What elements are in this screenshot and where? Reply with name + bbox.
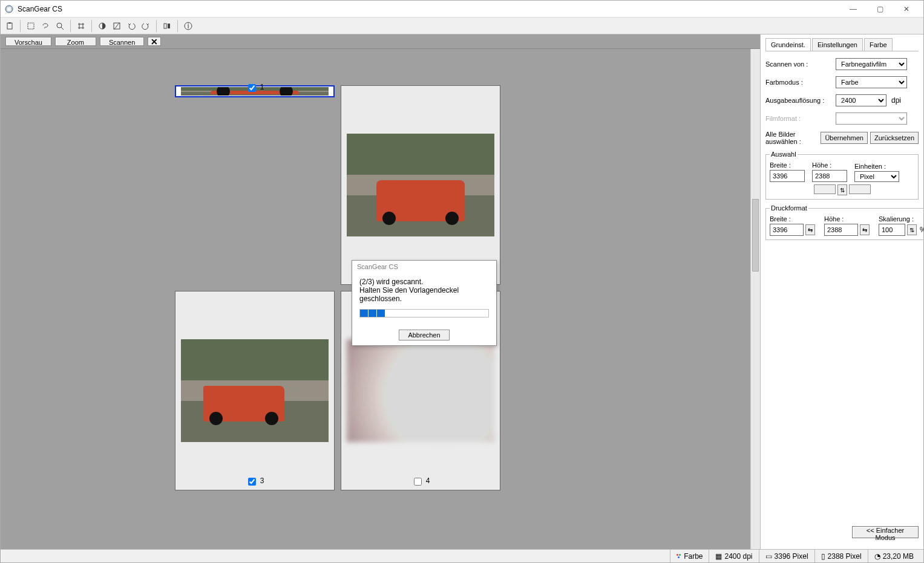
close-button[interactable]: ✕: [893, 1, 920, 18]
frame-label: 4: [341, 476, 500, 487]
sel-units-label: Einheiten :: [854, 163, 899, 170]
lock-height-icon[interactable]: ⇆: [860, 224, 870, 235]
info-icon[interactable]: i: [182, 19, 195, 33]
status-width: ▭3396 Pixel: [759, 550, 814, 562]
tab-basic[interactable]: Grundeinst.: [765, 38, 811, 51]
scan-progress-dialog: ScanGear CS (2/3) wird gescannt. Halten …: [352, 260, 497, 346]
grid-icon: ▦: [715, 552, 722, 561]
frame-label: 1: [176, 82, 333, 94]
lasso-icon[interactable]: [39, 19, 52, 33]
film-format-select: [836, 112, 907, 125]
frame-label: 3: [175, 476, 334, 487]
mirror-icon[interactable]: [160, 19, 174, 33]
preview-button[interactable]: Vorschau: [5, 37, 51, 46]
svg-text:i: i: [188, 22, 189, 30]
sel-width-label: Breite :: [770, 161, 805, 169]
svg-point-5: [57, 23, 62, 28]
frame-number: 1: [260, 83, 264, 91]
output-res-label: Ausgabeauflösung :: [765, 97, 836, 104]
frame-number: 3: [260, 477, 264, 485]
color-dots-icon: [677, 554, 681, 559]
minimize-button[interactable]: —: [840, 1, 867, 18]
frame-checkbox[interactable]: [248, 84, 256, 92]
selection-fieldset: Auswahl Breite : Höhe : Einheiten : Pixe…: [765, 151, 919, 200]
crop-icon[interactable]: [74, 19, 88, 33]
simple-mode-button[interactable]: << Einfacher Modus: [852, 526, 919, 538]
rotate-left-icon[interactable]: [125, 19, 138, 33]
selection-legend: Auswahl: [770, 151, 798, 158]
lock-width-icon[interactable]: ⇆: [805, 224, 815, 235]
scale-stepper-icon[interactable]: ⇅: [907, 224, 917, 235]
frame-checkbox[interactable]: [414, 478, 422, 486]
settings-panel: Grundeinst. Einstellungen Farbe Scannen …: [760, 34, 923, 549]
scan-button[interactable]: Scannen: [100, 37, 144, 46]
vertical-scrollbar[interactable]: [750, 49, 760, 549]
scan-from-label: Scannen von :: [765, 60, 836, 68]
select-all-label: Alle Bilder auswählen :: [765, 131, 821, 145]
tab-color[interactable]: Farbe: [864, 38, 893, 51]
dialog-title: ScanGear CS: [352, 261, 496, 273]
frame-1[interactable]: 1: [175, 85, 335, 97]
dialog-line1: (2/3) wird gescannt.: [359, 278, 489, 286]
svg-rect-4: [28, 23, 34, 29]
percent-label: %: [920, 226, 924, 234]
frame-2[interactable]: [341, 85, 500, 285]
preview-area[interactable]: 1 3: [1, 49, 760, 549]
progress-bar: [359, 309, 489, 317]
frame-3[interactable]: 3: [175, 291, 335, 490]
svg-rect-13: [164, 24, 166, 28]
apply-button[interactable]: Übernehmen: [821, 132, 868, 144]
tab-settings[interactable]: Einstellungen: [812, 38, 863, 51]
print-height-label: Höhe :: [824, 215, 871, 223]
status-height: ▯2388 Pixel: [814, 550, 868, 562]
zoom-button[interactable]: Zoom: [55, 37, 96, 46]
height-icon: ▯: [821, 552, 825, 561]
close-preview-button[interactable]: ✕: [148, 37, 161, 46]
svg-rect-2: [7, 23, 12, 29]
rotate-right-icon[interactable]: [139, 19, 152, 33]
contrast-icon[interactable]: [96, 19, 109, 33]
thumbnail-image: [181, 339, 329, 442]
dialog-line2: Halten Sie den Vorlagendeckel geschlosse…: [359, 286, 489, 303]
scale-input[interactable]: [879, 224, 905, 236]
color-mode-label: Farbmodus :: [765, 79, 836, 86]
scale-label: Skalierung :: [879, 215, 924, 223]
link-aspect-icon[interactable]: ⇅: [837, 184, 847, 195]
maximize-button[interactable]: ▢: [867, 1, 893, 18]
cancel-button[interactable]: Abbrechen: [399, 330, 449, 340]
output-res-select[interactable]: 2400: [836, 94, 886, 106]
sel-units-select[interactable]: Pixel: [854, 171, 899, 182]
sel-width-input[interactable]: [770, 170, 805, 182]
marquee-icon[interactable]: [24, 19, 38, 33]
app-icon: [4, 4, 14, 14]
svg-line-6: [61, 27, 64, 30]
sel-height-label: Höhe :: [812, 161, 847, 169]
print-width-label: Breite :: [770, 215, 817, 223]
print-width-input[interactable]: [770, 224, 804, 236]
main-area: Vorschau Zoom Scannen ✕ 1: [1, 34, 760, 549]
frame-checkbox[interactable]: [248, 478, 256, 486]
svg-rect-1: [7, 7, 11, 11]
toolbar: i: [1, 18, 923, 34]
tab-strip: Grundeinst. Einstellungen Farbe: [765, 38, 919, 51]
sel-height-input[interactable]: [812, 170, 847, 182]
reset-button[interactable]: Zurücksetzen: [870, 132, 919, 144]
window-title: ScanGear CS: [18, 5, 62, 13]
clipboard-icon[interactable]: [3, 19, 16, 33]
frame-number: 4: [426, 477, 430, 485]
status-dpi: ▦2400 dpi: [709, 550, 758, 562]
status-color-mode: Farbe: [670, 550, 709, 562]
status-bar: Farbe ▦2400 dpi ▭3396 Pixel ▯2388 Pixel …: [1, 549, 923, 562]
curves-icon[interactable]: [110, 19, 123, 33]
print-fieldset: Druckformat Breite : ⇆ Höhe : ⇆: [765, 204, 924, 240]
zoom-icon[interactable]: [53, 19, 67, 33]
width-icon: ▭: [765, 552, 772, 561]
thumbnail-image: [347, 134, 494, 236]
thumbnail-image: [347, 339, 494, 442]
title-bar: ScanGear CS — ▢ ✕: [1, 1, 923, 18]
scan-from-select[interactable]: Farbnegativfilm: [836, 58, 907, 70]
disk-icon: ◔: [874, 552, 880, 561]
color-mode-select[interactable]: Farbe: [836, 76, 907, 88]
film-format-label: Filmformat :: [765, 115, 836, 122]
print-height-input[interactable]: [824, 224, 858, 236]
